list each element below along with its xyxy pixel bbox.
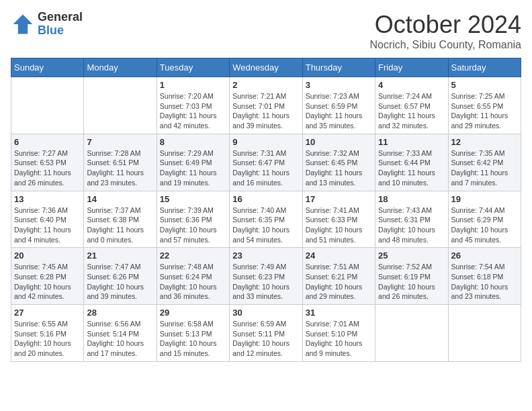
day-number: 15 [160,194,226,204]
day-cell: 17Sunrise: 7:41 AM Sunset: 6:33 PM Dayli… [302,191,375,248]
day-number: 14 [87,194,153,204]
day-info: Sunrise: 7:36 AM Sunset: 6:40 PM Dayligh… [14,205,81,245]
day-number: 18 [378,194,445,204]
day-number: 24 [306,250,372,261]
day-info: Sunrise: 7:25 AM Sunset: 6:55 PM Dayligh… [451,91,518,131]
day-info: Sunrise: 7:54 AM Sunset: 6:18 PM Dayligh… [451,262,518,302]
day-info: Sunrise: 7:52 AM Sunset: 6:19 PM Dayligh… [378,262,445,302]
day-info: Sunrise: 6:58 AM Sunset: 5:13 PM Dayligh… [160,319,226,359]
day-info: Sunrise: 7:33 AM Sunset: 6:44 PM Dayligh… [378,148,445,188]
day-cell: 8Sunrise: 7:29 AM Sunset: 6:49 PM Daylig… [157,134,229,191]
day-info: Sunrise: 7:29 AM Sunset: 6:49 PM Dayligh… [160,148,226,188]
week-row-1: 1Sunrise: 7:20 AM Sunset: 7:03 PM Daylig… [11,77,521,134]
day-cell: 11Sunrise: 7:33 AM Sunset: 6:44 PM Dayli… [375,134,448,191]
logo-blue: Blue [38,24,83,38]
day-number: 20 [14,250,81,261]
day-cell: 7Sunrise: 7:28 AM Sunset: 6:51 PM Daylig… [84,134,157,191]
day-cell: 3Sunrise: 7:23 AM Sunset: 6:59 PM Daylig… [302,77,375,134]
weekday-header-row: SundayMondayTuesdayWednesdayThursdayFrid… [11,58,521,77]
day-info: Sunrise: 7:47 AM Sunset: 6:26 PM Dayligh… [87,262,153,302]
month-title: October 2024 [369,11,521,39]
weekday-header-tuesday: Tuesday [157,58,229,77]
weekday-header-saturday: Saturday [448,58,521,77]
day-cell: 28Sunrise: 6:56 AM Sunset: 5:14 PM Dayli… [84,305,157,362]
day-info: Sunrise: 7:43 AM Sunset: 6:31 PM Dayligh… [378,205,445,245]
weekday-header-thursday: Thursday [302,58,375,77]
day-cell: 15Sunrise: 7:39 AM Sunset: 6:36 PM Dayli… [157,191,229,248]
day-info: Sunrise: 6:59 AM Sunset: 5:11 PM Dayligh… [232,319,299,359]
day-info: Sunrise: 7:01 AM Sunset: 5:10 PM Dayligh… [306,319,372,359]
day-number: 2 [232,80,299,90]
day-number: 8 [160,137,226,147]
day-number: 31 [306,308,372,318]
day-cell: 4Sunrise: 7:24 AM Sunset: 6:57 PM Daylig… [375,77,448,134]
day-cell: 29Sunrise: 6:58 AM Sunset: 5:13 PM Dayli… [157,305,229,362]
day-cell: 22Sunrise: 7:48 AM Sunset: 6:24 PM Dayli… [157,248,229,305]
logo-text: General Blue [38,11,83,38]
day-cell: 10Sunrise: 7:32 AM Sunset: 6:45 PM Dayli… [302,134,375,191]
weekday-header-wednesday: Wednesday [230,58,302,77]
weekday-header-sunday: Sunday [11,58,84,77]
week-row-4: 20Sunrise: 7:45 AM Sunset: 6:28 PM Dayli… [11,248,521,305]
week-row-3: 13Sunrise: 7:36 AM Sunset: 6:40 PM Dayli… [11,191,521,248]
day-info: Sunrise: 7:39 AM Sunset: 6:36 PM Dayligh… [160,205,226,245]
day-cell: 31Sunrise: 7:01 AM Sunset: 5:10 PM Dayli… [302,305,375,362]
day-cell: 13Sunrise: 7:36 AM Sunset: 6:40 PM Dayli… [11,191,84,248]
day-info: Sunrise: 7:41 AM Sunset: 6:33 PM Dayligh… [306,205,372,245]
day-cell: 16Sunrise: 7:40 AM Sunset: 6:35 PM Dayli… [230,191,302,248]
day-info: Sunrise: 7:48 AM Sunset: 6:24 PM Dayligh… [160,262,226,302]
day-cell [448,305,521,362]
day-info: Sunrise: 7:45 AM Sunset: 6:28 PM Dayligh… [14,262,81,302]
day-cell: 12Sunrise: 7:35 AM Sunset: 6:42 PM Dayli… [448,134,521,191]
day-number: 1 [160,80,226,90]
logo: General Blue [11,11,83,38]
day-cell: 5Sunrise: 7:25 AM Sunset: 6:55 PM Daylig… [448,77,521,134]
day-number: 17 [306,194,372,204]
day-cell: 26Sunrise: 7:54 AM Sunset: 6:18 PM Dayli… [448,248,521,305]
day-cell: 20Sunrise: 7:45 AM Sunset: 6:28 PM Dayli… [11,248,84,305]
day-number: 19 [451,194,518,204]
day-cell: 14Sunrise: 7:37 AM Sunset: 6:38 PM Dayli… [84,191,157,248]
day-number: 25 [378,250,445,261]
day-info: Sunrise: 7:49 AM Sunset: 6:23 PM Dayligh… [232,262,299,302]
day-info: Sunrise: 7:20 AM Sunset: 7:03 PM Dayligh… [160,91,226,131]
day-info: Sunrise: 7:23 AM Sunset: 6:59 PM Dayligh… [306,91,372,131]
day-number: 29 [160,308,226,318]
logo-icon [11,12,35,36]
calendar: SundayMondayTuesdayWednesdayThursdayFrid… [11,58,521,362]
week-row-2: 6Sunrise: 7:27 AM Sunset: 6:53 PM Daylig… [11,134,521,191]
weekday-header-monday: Monday [84,58,157,77]
day-number: 26 [451,250,518,261]
day-info: Sunrise: 7:21 AM Sunset: 7:01 PM Dayligh… [232,91,299,131]
day-number: 30 [232,308,299,318]
day-cell: 18Sunrise: 7:43 AM Sunset: 6:31 PM Dayli… [375,191,448,248]
day-number: 6 [14,137,81,147]
day-cell: 9Sunrise: 7:31 AM Sunset: 6:47 PM Daylig… [230,134,302,191]
day-info: Sunrise: 7:51 AM Sunset: 6:21 PM Dayligh… [306,262,372,302]
calendar-header: SundayMondayTuesdayWednesdayThursdayFrid… [11,58,521,77]
day-number: 9 [232,137,299,147]
day-number: 3 [306,80,372,90]
day-cell: 19Sunrise: 7:44 AM Sunset: 6:29 PM Dayli… [448,191,521,248]
day-cell: 24Sunrise: 7:51 AM Sunset: 6:21 PM Dayli… [302,248,375,305]
day-number: 28 [87,308,153,318]
day-number: 5 [451,80,518,90]
day-cell: 23Sunrise: 7:49 AM Sunset: 6:23 PM Dayli… [230,248,302,305]
day-number: 4 [378,80,445,90]
title-block: October 2024 Nocrich, Sibiu County, Roma… [369,11,521,51]
day-cell: 27Sunrise: 6:55 AM Sunset: 5:16 PM Dayli… [11,305,84,362]
day-cell: 25Sunrise: 7:52 AM Sunset: 6:19 PM Dayli… [375,248,448,305]
day-number: 23 [232,250,299,261]
day-info: Sunrise: 7:37 AM Sunset: 6:38 PM Dayligh… [87,205,153,245]
day-number: 21 [87,250,153,261]
day-number: 22 [160,250,226,261]
day-cell: 2Sunrise: 7:21 AM Sunset: 7:01 PM Daylig… [230,77,302,134]
day-info: Sunrise: 6:56 AM Sunset: 5:14 PM Dayligh… [87,319,153,359]
day-cell [84,77,157,134]
day-number: 16 [232,194,299,204]
day-info: Sunrise: 7:28 AM Sunset: 6:51 PM Dayligh… [87,148,153,188]
page-header: General Blue October 2024 Nocrich, Sibiu… [11,11,521,51]
day-number: 11 [378,137,445,147]
calendar-body: 1Sunrise: 7:20 AM Sunset: 7:03 PM Daylig… [11,77,521,362]
day-info: Sunrise: 7:32 AM Sunset: 6:45 PM Dayligh… [306,148,372,188]
